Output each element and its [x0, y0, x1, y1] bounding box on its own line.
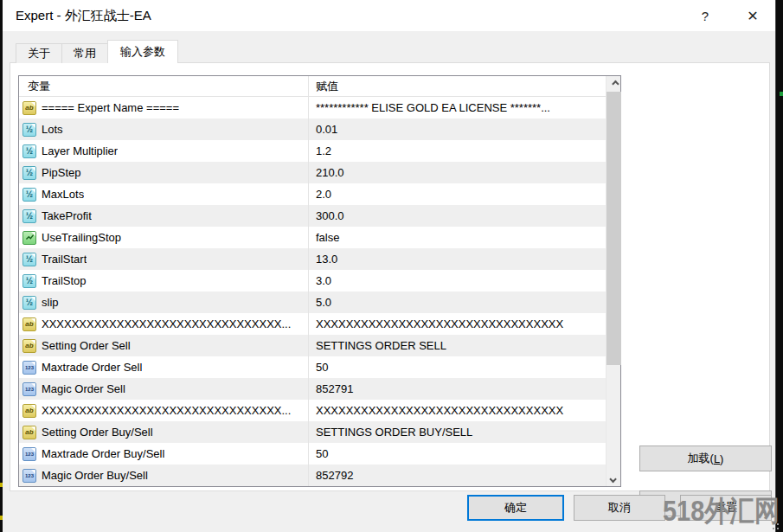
param-value[interactable]: SETTINGS ORDER BUY/SELL: [309, 421, 606, 443]
cancel-button[interactable]: 取消: [574, 495, 665, 521]
load-button[interactable]: 加载(L): [639, 445, 772, 471]
param-variable-cell[interactable]: 123Magic Order Sell: [19, 378, 309, 400]
table-row[interactable]: ½Lots0.01: [19, 119, 606, 140]
param-value[interactable]: 300.0: [309, 205, 606, 227]
param-name: TrailStart: [42, 253, 87, 266]
table-row[interactable]: 123Magic Order Buy/Sell852792: [19, 465, 606, 486]
param-variable-cell[interactable]: ½TrailStop: [19, 270, 309, 292]
column-header-value[interactable]: 赋值: [309, 76, 606, 96]
table-row[interactable]: ½Layer Multiplier1.2: [19, 140, 606, 162]
param-name: TakeProfit: [42, 209, 92, 222]
table-row[interactable]: ½TakeProfit300.0: [19, 205, 606, 227]
tab-input-parameters[interactable]: 输入参数: [107, 40, 178, 63]
param-value[interactable]: 13.0: [309, 248, 606, 270]
param-variable-cell[interactable]: ½Lots: [19, 119, 309, 140]
param-variable-cell[interactable]: ½slip: [19, 292, 309, 313]
background-chart-sliver: [0, 483, 3, 487]
param-variable-cell[interactable]: 123Maxtrade Order Buy/Sell: [19, 443, 309, 465]
table-row[interactable]: ½slip5.0: [19, 292, 606, 313]
param-name: Layer Multiplier: [42, 144, 118, 157]
table-row[interactable]: ½PipStep210.0: [19, 162, 606, 183]
table-row[interactable]: ½TrailStop3.0: [19, 270, 606, 292]
param-value[interactable]: 3.0: [309, 270, 606, 292]
123-integer-icon: 123: [22, 361, 36, 375]
table-row[interactable]: ab===== Expert Name =====************ EL…: [19, 97, 606, 119]
tab-common[interactable]: 常用: [61, 43, 108, 63]
param-value[interactable]: ************ ELISE GOLD EA LICENSE *****…: [309, 97, 606, 119]
param-variable-cell[interactable]: ½TrailStart: [19, 248, 309, 270]
param-value[interactable]: 0.01: [309, 119, 606, 140]
param-name: ===== Expert Name =====: [42, 101, 179, 114]
param-value[interactable]: false: [309, 227, 606, 248]
title-bar[interactable]: Expert - 外汇狂战士-EA ? ✕: [3, 0, 775, 31]
load-button-label-suffix: ): [720, 452, 723, 465]
scrollbar-thumb[interactable]: [607, 92, 621, 365]
half-double-icon: ½: [22, 188, 36, 202]
parameters-table-main: 变量 赋值 ab===== Expert Name =====*********…: [19, 76, 606, 486]
param-name: TrailStop: [42, 274, 87, 287]
param-variable-cell[interactable]: UseTrailingStop: [19, 227, 309, 248]
chevron-up-icon: [612, 80, 619, 87]
param-variable-cell[interactable]: ½Layer Multiplier: [19, 140, 309, 162]
vertical-scrollbar[interactable]: [606, 76, 620, 486]
window-title: Expert - 外汇狂战士-EA: [16, 8, 151, 24]
table-row[interactable]: abSetting Order SellSETTINGS ORDER SELL: [19, 335, 606, 356]
param-variable-cell[interactable]: ½TakeProfit: [19, 205, 309, 227]
table-row[interactable]: ½TrailStart13.0: [19, 248, 606, 270]
param-variable-cell[interactable]: ab===== Expert Name =====: [19, 97, 309, 119]
param-value[interactable]: XXXXXXXXXXXXXXXXXXXXXXXXXXXXXXXXX: [309, 400, 606, 421]
table-row[interactable]: 123Maxtrade Order Sell50: [19, 356, 606, 378]
dialog-body: 关于 常用 输入参数 变量 赋值 ab===== Expert Name ===…: [3, 31, 776, 532]
param-value[interactable]: 5.0: [309, 292, 606, 313]
param-variable-cell[interactable]: abXXXXXXXXXXXXXXXXXXXXXXXXXXXXXXXX...: [19, 400, 309, 421]
param-value[interactable]: 1.2: [309, 140, 606, 162]
close-button[interactable]: ✕: [738, 0, 767, 31]
half-double-icon: ½: [22, 274, 36, 288]
column-header-variable[interactable]: 变量: [19, 76, 309, 96]
help-button[interactable]: ?: [690, 0, 720, 31]
param-value[interactable]: 50: [309, 356, 606, 378]
ab-string-icon: ab: [22, 339, 36, 353]
param-name: Setting Order Sell: [42, 339, 131, 352]
table-row[interactable]: abSetting Order Buy/SellSETTINGS ORDER B…: [19, 421, 606, 443]
param-value[interactable]: 852792: [309, 465, 606, 486]
param-name: Setting Order Buy/Sell: [42, 426, 153, 439]
param-value[interactable]: 2.0: [309, 183, 606, 205]
param-variable-cell[interactable]: ½MaxLots: [19, 183, 309, 205]
chevron-down-icon: [609, 475, 616, 482]
param-value[interactable]: 852791: [309, 378, 606, 400]
scroll-up-button[interactable]: [607, 76, 621, 91]
tab-about[interactable]: 关于: [16, 43, 62, 63]
half-double-icon: ½: [22, 209, 36, 223]
param-value[interactable]: SETTINGS ORDER SELL: [309, 335, 606, 356]
table-row[interactable]: 123Maxtrade Order Buy/Sell50: [19, 443, 606, 465]
table-row[interactable]: abXXXXXXXXXXXXXXXXXXXXXXXXXXXXXXXX...XXX…: [19, 313, 606, 335]
background-app-edge-right: [776, 0, 783, 532]
tab-bar: 关于 常用 输入参数: [16, 40, 177, 63]
param-value[interactable]: 50: [309, 443, 606, 465]
param-variable-cell[interactable]: ½PipStep: [19, 162, 309, 183]
param-name: XXXXXXXXXXXXXXXXXXXXXXXXXXXXXXXX...: [42, 317, 291, 330]
param-variable-cell[interactable]: abSetting Order Buy/Sell: [19, 421, 309, 443]
table-row[interactable]: abXXXXXXXXXXXXXXXXXXXXXXXXXXXXXXXX...XXX…: [19, 400, 606, 421]
param-variable-cell[interactable]: abXXXXXXXXXXXXXXXXXXXXXXXXXXXXXXXX...: [19, 313, 309, 335]
half-double-icon: ½: [22, 253, 36, 266]
table-row[interactable]: UseTrailingStopfalse: [19, 227, 606, 248]
reset-button[interactable]: 重置: [680, 495, 772, 521]
table-row[interactable]: ½MaxLots2.0: [19, 183, 606, 205]
bool-chart-icon: [22, 231, 36, 245]
param-name: Lots: [42, 123, 63, 136]
param-variable-cell[interactable]: 123Magic Order Buy/Sell: [19, 465, 309, 486]
ab-string-icon: ab: [22, 404, 36, 418]
param-table-body: ab===== Expert Name =====************ EL…: [19, 97, 606, 486]
scroll-down-button[interactable]: [607, 471, 621, 486]
ok-button[interactable]: 确定: [467, 495, 564, 521]
param-value[interactable]: XXXXXXXXXXXXXXXXXXXXXXXXXXXXXXXXX: [309, 313, 606, 335]
tab-page-input-parameters: 变量 赋值 ab===== Expert Name =====*********…: [10, 62, 770, 491]
param-value[interactable]: 210.0: [309, 162, 606, 183]
param-variable-cell[interactable]: abSetting Order Sell: [19, 335, 309, 356]
param-variable-cell[interactable]: 123Maxtrade Order Sell: [19, 356, 309, 378]
table-row[interactable]: 123Magic Order Sell852791: [19, 378, 606, 400]
param-name: UseTrailingStop: [42, 231, 121, 244]
resize-grip[interactable]: [768, 519, 779, 529]
